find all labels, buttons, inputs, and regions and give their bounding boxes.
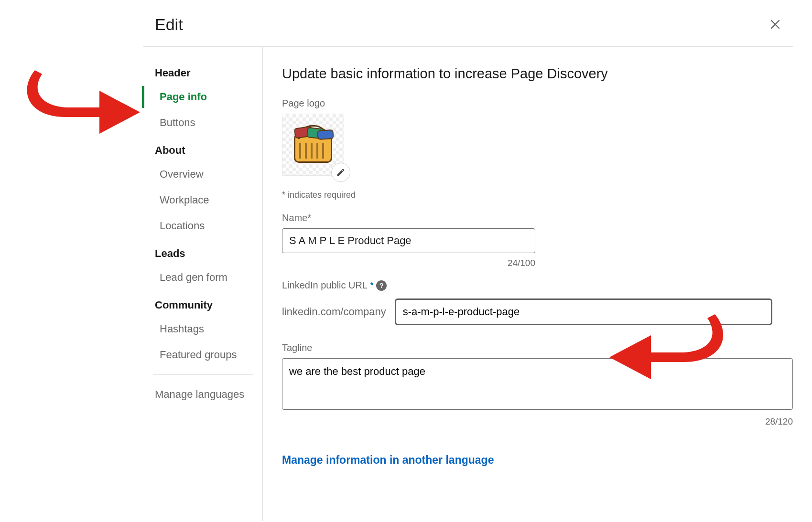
- required-hint: * indicates required: [282, 190, 793, 200]
- url-prefix: linkedin.com/company: [282, 306, 386, 318]
- close-icon: [769, 18, 781, 31]
- modal-header: Edit: [143, 10, 793, 47]
- url-label: LinkedIn public URL: [282, 280, 368, 291]
- pencil-icon: [336, 168, 346, 177]
- sidebar: Header Page info Buttons About Overview …: [143, 47, 263, 521]
- page-logo-preview: [282, 114, 344, 176]
- name-counter: 24/100: [282, 258, 535, 268]
- close-button[interactable]: [769, 17, 781, 33]
- name-input[interactable]: [282, 228, 535, 253]
- tagline-counter: 28/120: [282, 416, 793, 427]
- url-required-star: *: [370, 281, 373, 290]
- sidebar-item-manage-languages[interactable]: Manage languages: [143, 382, 262, 407]
- name-label: Name*: [282, 213, 793, 224]
- sidebar-item-page-info[interactable]: Page info: [143, 84, 262, 110]
- edit-logo-button[interactable]: [331, 163, 350, 182]
- sidebar-section-header: Header: [143, 58, 262, 84]
- url-input[interactable]: [395, 298, 772, 325]
- page-logo-label: Page logo: [282, 98, 793, 109]
- manage-language-link[interactable]: Manage information in another language: [282, 454, 494, 467]
- content-heading: Update basic information to increase Pag…: [282, 66, 793, 82]
- sidebar-item-workplace[interactable]: Workplace: [143, 187, 262, 213]
- sidebar-item-buttons[interactable]: Buttons: [143, 110, 262, 136]
- sidebar-item-locations[interactable]: Locations: [143, 213, 262, 239]
- content-pane: Update basic information to increase Pag…: [263, 47, 793, 521]
- sidebar-section-community: Community: [143, 290, 262, 316]
- sidebar-item-hashtags[interactable]: Hashtags: [143, 316, 262, 342]
- sidebar-section-leads: Leads: [143, 239, 262, 265]
- tagline-input[interactable]: [282, 358, 793, 410]
- annotation-arrow-left: [23, 64, 142, 136]
- sidebar-item-featured-groups[interactable]: Featured groups: [143, 342, 262, 368]
- sidebar-item-overview[interactable]: Overview: [143, 161, 262, 187]
- basket-icon: [294, 135, 332, 163]
- edit-modal: Edit Header Page info Buttons About Over…: [143, 10, 793, 522]
- modal-title: Edit: [155, 15, 183, 34]
- sidebar-divider: [153, 374, 253, 375]
- sidebar-section-about: About: [143, 136, 262, 161]
- sidebar-item-lead-gen-form[interactable]: Lead gen form: [143, 265, 262, 290]
- help-icon[interactable]: ?: [376, 280, 387, 291]
- tagline-label: Tagline: [282, 342, 793, 353]
